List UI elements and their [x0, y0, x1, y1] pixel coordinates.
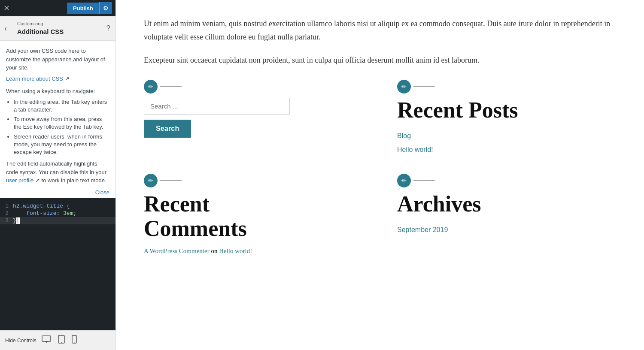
desktop-view-button[interactable]: [40, 335, 53, 346]
search-widget: ✏ Search: [144, 80, 363, 157]
comment-post-link[interactable]: Hello world!: [219, 247, 252, 254]
panel-header: ‹ Customizing Additional CSS ?: [0, 16, 115, 41]
archives-pencil-row: ✏: [397, 174, 616, 187]
intro-text: Ut enim ad minim veniam, quis nostrud ex…: [144, 17, 616, 67]
recent-posts-list: Blog Hello world!: [397, 129, 616, 157]
recent-posts-pencil-icon[interactable]: ✏: [397, 80, 411, 94]
panel-description: Add your own CSS code here to customize …: [6, 47, 109, 72]
archive-link[interactable]: September 2019: [397, 226, 448, 233]
line-number: 2: [0, 210, 13, 217]
archives-list: September 2019: [397, 223, 616, 237]
recent-post-link[interactable]: Blog: [397, 132, 411, 139]
comment-author-link[interactable]: A WordPress Commenter: [144, 247, 210, 254]
panel-content: Add your own CSS code here to customize …: [0, 41, 115, 189]
close-link[interactable]: Close: [0, 189, 115, 198]
recent-post-link[interactable]: Hello world!: [397, 146, 433, 153]
publish-area: Publish ⚙: [67, 2, 112, 14]
keyboard-section: When using a keyboard to navigate: In th…: [6, 87, 109, 156]
search-pencil-line: [160, 86, 182, 87]
code-line-1: 1 h2.widget-title {: [0, 202, 115, 210]
list-item: Hello world!: [397, 143, 616, 157]
search-pencil-icon[interactable]: ✏: [144, 80, 158, 94]
recent-posts-title: Recent Posts: [397, 98, 616, 122]
user-profile-link[interactable]: user profile: [6, 177, 33, 184]
line-number: 3: [0, 217, 13, 224]
mobile-view-button[interactable]: [70, 334, 79, 347]
bottom-bar: Hide Controls: [0, 330, 115, 350]
recent-comments-widget: ✏ RecentComments A WordPress Commenter o…: [144, 174, 363, 255]
recent-posts-widget: ✏ Recent Posts Blog Hello world!: [397, 80, 616, 157]
preview-area: Ut enim ad minim veniam, quis nostrud ex…: [116, 0, 644, 350]
top-bar: ✕ Publish ⚙: [0, 0, 115, 16]
recent-comments-pencil-row: ✏: [144, 174, 363, 187]
list-item: September 2019: [397, 223, 616, 237]
keyboard-list: In the editing area, the Tab key enters …: [6, 98, 109, 156]
panel-title: Additional CSS: [17, 27, 64, 36]
search-input[interactable]: [144, 98, 290, 115]
svg-point-4: [61, 342, 62, 343]
recent-comments-title: RecentComments: [144, 192, 363, 241]
preview-body: Ut enim ad minim veniam, quis nostrud ex…: [144, 17, 616, 255]
archives-widget: ✏ Archives September 2019: [397, 174, 616, 255]
recent-posts-pencil-line: [413, 86, 435, 87]
svg-rect-0: [42, 336, 51, 341]
list-item: Blog: [397, 129, 616, 143]
code-line-3: 3 }|: [0, 217, 115, 224]
recent-comments-pencil-line: [160, 180, 182, 181]
settings-button[interactable]: ⚙: [99, 2, 112, 14]
comment-on-text: on: [211, 247, 219, 254]
tablet-view-button[interactable]: [56, 334, 67, 347]
panel-header-labels: Customizing Additional CSS: [17, 21, 64, 36]
line-number: 1: [0, 203, 13, 209]
widgets-grid: ✏ Search ✏ Recent Posts Blog Hello world…: [144, 80, 616, 255]
publish-button[interactable]: Publish: [67, 3, 99, 14]
archives-pencil-line: [413, 180, 435, 181]
recent-comments-pencil-icon[interactable]: ✏: [144, 174, 158, 187]
search-button[interactable]: Search: [144, 120, 191, 138]
back-arrow-button[interactable]: ‹: [4, 24, 7, 33]
recent-posts-pencil-row: ✏: [397, 80, 616, 94]
list-item: A WordPress Commenter on Hello world!: [144, 247, 363, 255]
learn-more-link[interactable]: Learn more about CSS: [6, 75, 63, 82]
keyboard-item: To move away from this area, press the E…: [14, 115, 109, 131]
code-editor[interactable]: 1 h2.widget-title { 2 font-size: 3em; 3 …: [0, 198, 115, 330]
keyboard-item: Screen reader users: when in forms mode,…: [14, 133, 109, 157]
code-text: h2.widget-title {: [13, 203, 70, 209]
archives-title: Archives: [397, 192, 616, 216]
close-icon[interactable]: ✕: [3, 4, 10, 12]
intro-paragraph-1: Ut enim ad minim veniam, quis nostrud ex…: [144, 17, 616, 43]
svg-point-6: [74, 342, 75, 343]
recent-comments-list: A WordPress Commenter on Hello world!: [144, 247, 363, 255]
intro-paragraph-2: Excepteur sint occaecat cupidatat non pr…: [144, 54, 616, 67]
keyboard-heading: When using a keyboard to navigate:: [6, 87, 109, 96]
archives-pencil-icon[interactable]: ✏: [397, 174, 411, 187]
code-line-2: 2 font-size: 3em;: [0, 210, 115, 217]
sidebar-panel: ✕ Publish ⚙ ‹ Customizing Additional CSS…: [0, 0, 116, 350]
search-widget-pencil-row: ✏: [144, 80, 363, 94]
code-text: }|: [13, 217, 20, 224]
help-icon[interactable]: ?: [106, 24, 110, 32]
customizing-label: Customizing: [17, 21, 64, 27]
edit-field-note: The edit field automatically highlights …: [6, 160, 109, 185]
code-text: font-size: 3em;: [13, 210, 76, 217]
hide-controls-button[interactable]: Hide Controls: [5, 338, 36, 344]
keyboard-item: In the editing area, the Tab key enters …: [14, 98, 109, 114]
